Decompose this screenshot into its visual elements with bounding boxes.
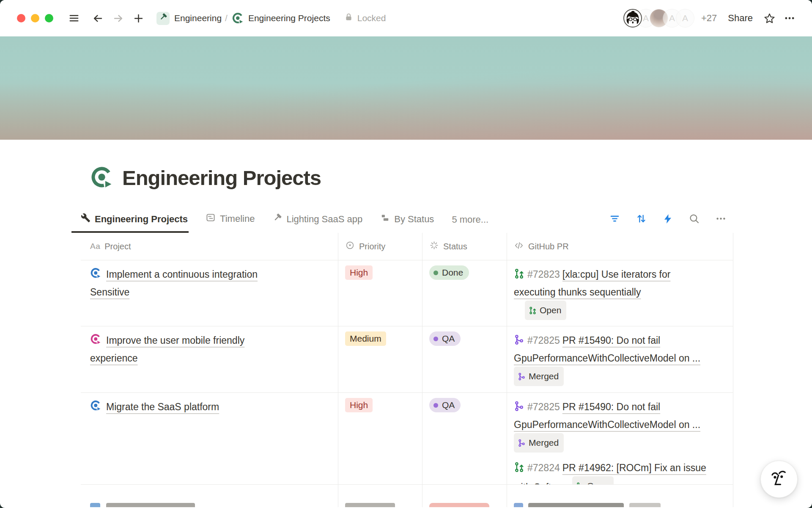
- avatar-initial: A: [643, 13, 649, 23]
- code-property-icon: [514, 240, 524, 253]
- table-row: Improve the user mobile friendly experie…: [81, 326, 733, 393]
- avatar-initial: A: [669, 13, 675, 23]
- status-pill[interactable]: QA: [429, 331, 461, 346]
- page-content: Engineering Projects Engineering Project…: [0, 162, 812, 507]
- notion-ai-button[interactable]: [760, 461, 798, 498]
- pr-entry: #72823[xla:cpu] Use iterators for execut…: [514, 265, 708, 301]
- view-options-button[interactable]: [715, 213, 727, 226]
- project-title-link[interactable]: Implement a continuous integration Sensi…: [90, 269, 258, 298]
- status-cell[interactable]: QA: [422, 326, 507, 392]
- column-header-github-pr[interactable]: GitHub PR: [507, 233, 733, 260]
- pr-state-badge: Open: [572, 476, 614, 484]
- priority-tag[interactable]: High: [345, 398, 373, 412]
- ellipsis-icon: [784, 12, 796, 24]
- close-window-button[interactable]: [17, 14, 25, 22]
- more-collaborators-count[interactable]: +27: [701, 13, 717, 24]
- status-cell[interactable]: QA: [422, 393, 507, 484]
- clipped-text: [106, 503, 195, 507]
- column-header-project[interactable]: Aa Project: [81, 233, 338, 260]
- title-property-icon: Aa: [90, 242, 100, 251]
- back-button[interactable]: [91, 11, 105, 25]
- page-title[interactable]: Engineering Projects: [122, 166, 321, 190]
- arrow-left-icon: [92, 13, 104, 24]
- share-button[interactable]: Share: [728, 13, 753, 24]
- tab-timeline[interactable]: Timeline: [205, 213, 255, 233]
- priority-tag[interactable]: High: [345, 265, 373, 280]
- board-icon: [380, 213, 390, 225]
- clipped-pr-icon: [514, 503, 523, 507]
- more-views-button[interactable]: 5 more...: [451, 214, 489, 233]
- minimize-window-button[interactable]: [31, 14, 39, 22]
- avatar[interactable]: [623, 9, 642, 28]
- forward-button[interactable]: [111, 11, 125, 25]
- pr-state-badge: Open: [525, 301, 566, 320]
- page-spiral-icon: [90, 400, 102, 411]
- project-cell: Improve the user mobile friendly experie…: [81, 326, 338, 392]
- project-cell: Implement a continuous integration Sensi…: [81, 260, 338, 326]
- priority-cell[interactable]: High: [338, 393, 422, 484]
- toolbar: Engineering / Engineering Projects Locke…: [0, 0, 812, 36]
- breadcrumb-separator: /: [225, 13, 228, 23]
- git-merge-icon: [514, 401, 524, 411]
- page-spiral-icon: [90, 268, 102, 279]
- pr-number: #72824: [527, 462, 560, 473]
- hammer-icon: [272, 213, 282, 225]
- plus-icon: [133, 13, 144, 24]
- page-spiral-icon: [232, 12, 244, 25]
- breadcrumb-current[interactable]: Engineering Projects: [248, 13, 330, 23]
- status-pill[interactable]: Done: [429, 265, 469, 280]
- sidebar-toggle-button[interactable]: [67, 11, 81, 25]
- priority-tag[interactable]: Medium: [345, 331, 386, 346]
- locked-indicator[interactable]: Locked: [344, 12, 386, 24]
- status-cell: [422, 485, 507, 507]
- pull-request-icon: [576, 482, 584, 485]
- pr-number: #72825: [527, 401, 560, 412]
- search-button[interactable]: [689, 213, 700, 226]
- page-spiral-icon-large[interactable]: [90, 166, 114, 190]
- pr-entry: #72825PR #15490: Do not fail GpuPerforma…: [514, 398, 708, 453]
- zoom-window-button[interactable]: [45, 14, 53, 22]
- clipped-text: [629, 503, 661, 507]
- pull-request-icon: [514, 268, 524, 279]
- select-property-icon: [345, 240, 355, 252]
- collaborator-avatars[interactable]: A A A: [623, 9, 694, 28]
- clipped-text: [528, 503, 624, 507]
- git-merge-icon: [518, 439, 526, 447]
- filter-button[interactable]: [609, 213, 620, 226]
- pr-entry: #72825PR #15490: Do not fail GpuPerforma…: [514, 331, 708, 387]
- git-merge-icon: [518, 373, 526, 381]
- automations-button[interactable]: [662, 213, 673, 226]
- project-title-link[interactable]: Migrate the SaaS platform: [106, 401, 219, 412]
- table-header-row: Aa Project Priority Status: [81, 233, 733, 260]
- workspace-page-chip[interactable]: [156, 12, 170, 25]
- avatar[interactable]: A: [676, 9, 694, 28]
- pr-state-badge: Merged: [514, 433, 564, 453]
- breadcrumb-root[interactable]: Engineering: [174, 13, 222, 23]
- priority-cell: [338, 485, 422, 507]
- github-pr-cell: #72823[xla:cpu] Use iterators for execut…: [507, 260, 733, 326]
- arrow-right-icon: [112, 13, 124, 24]
- search-icon: [689, 213, 700, 226]
- tab-label: By Status: [394, 214, 434, 225]
- tab-engineering-projects[interactable]: Engineering Projects: [71, 213, 189, 233]
- github-pr-cell: #72825PR #15490: Do not fail GpuPerforma…: [507, 326, 733, 392]
- priority-cell[interactable]: Medium: [338, 326, 422, 392]
- pull-request-icon: [529, 306, 537, 315]
- pull-request-icon: [514, 462, 524, 472]
- new-tab-button[interactable]: [131, 11, 145, 25]
- column-header-status[interactable]: Status: [422, 233, 507, 260]
- page-options-button[interactable]: [782, 11, 797, 25]
- project-title-link[interactable]: Improve the user mobile friendly experie…: [90, 335, 244, 364]
- status-pill[interactable]: QA: [429, 398, 461, 412]
- priority-cell[interactable]: High: [338, 260, 422, 326]
- status-cell[interactable]: Done: [422, 260, 507, 326]
- cover-image: [0, 36, 812, 140]
- sort-button[interactable]: [636, 213, 647, 226]
- page-spiral-icon: [90, 334, 102, 345]
- github-pr-cell: [507, 485, 733, 507]
- tab-lighting-saas-app[interactable]: Lighting SaaS app: [272, 213, 363, 233]
- table-row-clipped: [81, 485, 733, 507]
- column-header-priority[interactable]: Priority: [338, 233, 422, 260]
- favorite-button[interactable]: [762, 11, 776, 25]
- tab-by-status[interactable]: By Status: [379, 213, 435, 233]
